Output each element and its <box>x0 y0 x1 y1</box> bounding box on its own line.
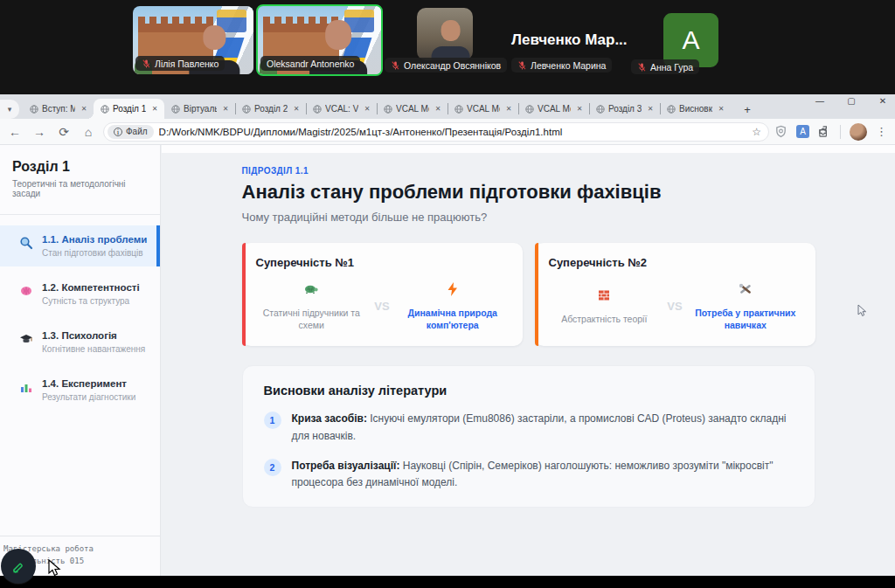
window-maximize-button[interactable]: ▢ <box>843 96 860 106</box>
shield-icon[interactable] <box>774 125 787 138</box>
conclusion-item: 1 Криза засобів: Існуючі емулятори (Emu8… <box>264 411 794 444</box>
turtle-icon <box>303 281 319 297</box>
conclusion-bold: Криза засобів: <box>292 412 367 425</box>
reload-button[interactable]: ⟳ <box>54 122 73 142</box>
tab-vcal-mod-2[interactable]: VCAL Мод ✕ <box>448 99 518 119</box>
toolbar-divider <box>840 125 841 139</box>
address-bar[interactable]: i Файл D:/Work/NMK/BDPU/Дипломи/Magistr/… <box>103 122 769 142</box>
tab-label: Розділ 1: Т <box>113 104 146 114</box>
tab-vcal-mod-3[interactable]: VCAL Мод ✕ <box>518 99 589 119</box>
profile-avatar[interactable] <box>850 123 867 141</box>
participant-name: Oleksandr Antonenko <box>267 59 354 69</box>
bookmark-star-icon[interactable]: ☆ <box>752 126 761 138</box>
info-icon: i <box>114 128 122 136</box>
globe-favicon <box>384 105 392 114</box>
page-subtitle: Чому традиційні методи більше не працюют… <box>242 211 815 224</box>
tab-close-icon[interactable]: ✕ <box>645 104 656 114</box>
tab-close-icon[interactable]: ✕ <box>149 104 160 114</box>
participant-tile-active-speaker[interactable]: Oleksandr Antonenko <box>256 4 383 76</box>
card-left-text: Статичні підручники та схеми <box>256 307 368 331</box>
participant-name-chip: Олександр Овсянніков <box>385 58 507 73</box>
participant-name: Левченко Марина <box>531 60 606 71</box>
tab-rozdil-1-active[interactable]: Розділ 1: Т ✕ <box>94 99 164 119</box>
section-kicker: ПІДРОЗДІЛ 1.1 <box>242 166 815 176</box>
tab-label: Вступ: Ма <box>42 104 75 114</box>
sidebar-item-label: 1.3. Психологія <box>42 330 145 341</box>
pencil-icon <box>10 557 27 575</box>
window-minimize-button[interactable]: — <box>811 96 829 106</box>
tab-vcal-mod-1[interactable]: VCAL Мод ✕ <box>377 99 448 119</box>
sidebar-item-psykholohiia[interactable]: 1.3. Психологія Когнітивне навантаження <box>0 322 160 363</box>
globe-favicon <box>171 105 180 114</box>
tab-vysnovky[interactable]: Висновки ✕ <box>660 99 731 119</box>
item-number-badge: 1 <box>264 412 281 429</box>
tab-close-icon[interactable]: ✕ <box>503 104 514 114</box>
tab-vcal-virt[interactable]: VCAL: Virt ✕ <box>306 99 377 119</box>
file-scheme-chip[interactable]: i Файл <box>108 125 154 139</box>
conclusion-item: 2 Потреба візуалізації: Науковці (Спірін… <box>264 458 794 491</box>
mic-muted-icon <box>637 62 647 73</box>
plus-icon: + <box>744 103 751 116</box>
tab-label: VCAL Мод <box>396 104 429 114</box>
tab-rozdil-3[interactable]: Розділ 3: П ✕ <box>589 99 660 119</box>
contradiction-card-1: Суперечність №1 Статичні підручники та с… <box>242 243 523 346</box>
chapter-subtitle: Теоретичні та методологічні засади <box>12 179 148 198</box>
card-title: Суперечність №2 <box>549 256 801 269</box>
globe-favicon <box>525 105 534 114</box>
back-icon: ← <box>9 125 21 139</box>
translate-icon[interactable]: A <box>796 125 809 138</box>
main-content: ПІДРОЗДІЛ 1.1 Аналіз стану проблеми підг… <box>162 145 895 576</box>
sidebar-item-analiz-problemy[interactable]: 1.1. Аналіз проблеми Стан підготовки фах… <box>0 225 160 266</box>
tab-virtualn[interactable]: Віртуальн ✕ <box>164 99 235 119</box>
tools-icon <box>738 281 753 297</box>
participant-name-chip: Лілія Павленко <box>135 56 225 71</box>
home-button[interactable]: ⌂ <box>79 122 98 142</box>
sidebar-item-sub: Когнітивне навантаження <box>42 344 145 354</box>
back-button[interactable]: ← <box>5 122 24 142</box>
new-tab-button[interactable]: + <box>739 100 756 118</box>
bar-chart-icon <box>19 380 33 394</box>
forward-button[interactable]: → <box>30 122 49 142</box>
url-text[interactable]: D:/Work/NMK/BDPU/Дипломи/Magistr/2025/м1… <box>159 127 747 137</box>
tab-scroll-chevron[interactable]: ▾ <box>0 100 19 119</box>
magnifier-icon <box>19 236 33 250</box>
vs-label: VS <box>660 300 690 313</box>
participant-tile[interactable]: Лілія Павленко <box>133 6 253 74</box>
mouse-cursor-white <box>48 559 61 578</box>
browser-tab-strip: ▾ Вступ: Ма ✕ Розділ 1: Т ✕ Віртуальн ✕ … <box>0 94 895 119</box>
chevron-down-icon: ▾ <box>8 105 12 114</box>
tab-label: Віртуальн <box>184 104 217 114</box>
tab-close-icon[interactable]: ✕ <box>220 104 231 114</box>
globe-favicon <box>242 105 251 114</box>
sidebar-item-sub: Сутність та структура <box>42 296 140 306</box>
sidebar-item-label: 1.1. Аналіз проблеми <box>42 234 147 245</box>
tab-close-icon[interactable]: ✕ <box>362 104 372 114</box>
conclusions-title: Висновки аналізу літератури <box>264 384 794 398</box>
card-right-text: Динамічна природа комп'ютера <box>397 307 509 331</box>
tab-close-icon[interactable]: ✕ <box>716 104 726 114</box>
participant-name: Олександр Овсянніков <box>404 60 501 71</box>
participant-name: Анна Гура <box>650 62 693 73</box>
browser-menu-kebab-icon[interactable]: ⋮ <box>876 125 887 138</box>
tab-label: VCAL Мод <box>538 104 571 114</box>
extensions-puzzle-icon[interactable] <box>818 125 831 138</box>
sidebar-item-sub: Результати діагностики <box>42 392 135 402</box>
tab-close-icon[interactable]: ✕ <box>574 104 585 114</box>
annotation-pencil-button[interactable] <box>1 549 36 584</box>
tab-close-icon[interactable]: ✕ <box>291 104 302 114</box>
page-title: Аналіз стану проблеми підготовки фахівці… <box>242 181 815 204</box>
window-close-button[interactable]: ✕ <box>874 96 892 106</box>
tab-label: Висновки <box>679 104 712 114</box>
conclusion-bold: Потреба візуалізації: <box>292 460 400 472</box>
participant-tile[interactable] <box>417 8 473 60</box>
tab-vstup[interactable]: Вступ: Ма ✕ <box>23 99 94 119</box>
sidebar: Розділ 1 Теоретичні та методологічні зас… <box>0 145 161 576</box>
video-conference-strip: Лілія Павленко Oleksandr Antonenko Олекс… <box>0 0 895 94</box>
participant-name-chip: Анна Гура <box>631 59 699 74</box>
sidebar-item-kompetentnosti[interactable]: 1.2. Компетентності Сутність та структур… <box>0 273 160 315</box>
tab-close-icon[interactable]: ✕ <box>433 104 443 114</box>
tab-rozdil-2[interactable]: Розділ 2: П ✕ <box>235 99 306 119</box>
sidebar-item-eksperyment[interactable]: 1.4. Експеримент Результати діагностики <box>0 370 160 411</box>
participant-name: Лілія Павленко <box>155 59 219 69</box>
bottom-black-bar <box>0 576 895 588</box>
